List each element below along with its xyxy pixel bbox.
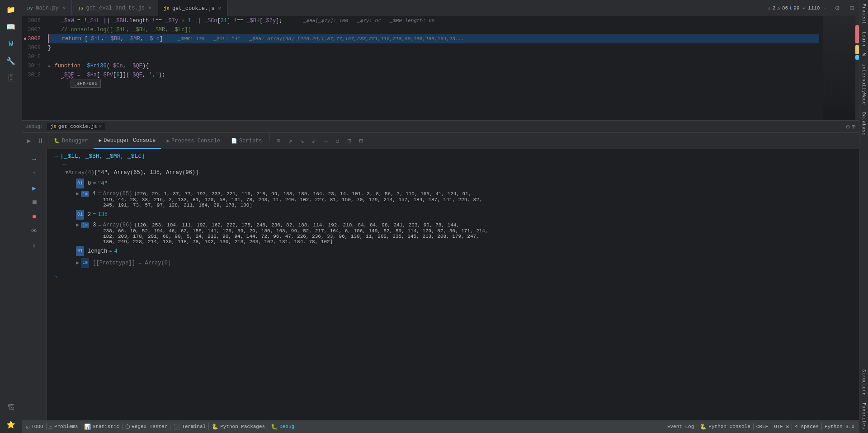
tab-label-get-cookie: get_cookie.js bbox=[172, 5, 215, 12]
status-terminal[interactable]: ⬛ Terminal bbox=[170, 420, 208, 433]
item3-preview: [120, 253, 104, 111, 192, 162, 222, 175,… bbox=[134, 222, 459, 228]
status-crlf[interactable]: CRLF bbox=[754, 420, 771, 433]
indent-label: 4 spaces bbox=[795, 424, 819, 429]
sidebar-icon-w[interactable]: W bbox=[3, 36, 19, 52]
item1-expand[interactable]: ▶ bbox=[76, 190, 79, 197]
item3-preview-line3: 182, 203, 178, 201, 68, 90, 5, 24, 212, … bbox=[103, 234, 852, 239]
tab-close-main-py[interactable]: × bbox=[61, 5, 66, 12]
line-num-3010: 3010 bbox=[22, 52, 44, 61]
toolbar-btn-filter[interactable]: ≡ bbox=[274, 136, 284, 146]
scripts-tab[interactable]: 📄 Scripts bbox=[226, 133, 267, 149]
settings-icon[interactable]: ⚙ bbox=[830, 0, 844, 16]
tree-prototype: ▶ 1≡ [[Prototype]] = Array(0) bbox=[76, 258, 852, 268]
debugger-label: Debugger bbox=[62, 138, 88, 144]
root-expand-icon[interactable]: ▼ bbox=[65, 169, 68, 176]
toolbar-btn-run-to[interactable]: → bbox=[321, 136, 331, 146]
status-debug[interactable]: 🐛 Debug bbox=[268, 420, 297, 433]
index-badge-1: 1≡ bbox=[81, 191, 89, 197]
filter-btn[interactable]: ⬇ bbox=[28, 240, 41, 252]
far-right-project[interactable]: Project bbox=[860, 0, 867, 28]
status-lang[interactable]: Python 3.x bbox=[822, 420, 857, 433]
index-badge-0: 01 bbox=[76, 179, 84, 188]
debugger-console-tab[interactable]: ▶ Debugger Console bbox=[94, 133, 161, 149]
toolbar-btn-step-into[interactable]: ↘ bbox=[297, 136, 308, 146]
tab-get-cookie[interactable]: js get_cookie.js × bbox=[158, 0, 228, 16]
tab-get-eval[interactable]: js get_eval_and_ts.js × bbox=[72, 0, 158, 16]
crlf-label: CRLF bbox=[756, 424, 768, 429]
statistic-label: Statistic bbox=[93, 424, 119, 429]
event-log-label: Event Log bbox=[667, 424, 694, 429]
process-console-label: Process Console bbox=[171, 138, 220, 144]
step-up-btn[interactable]: ↑ bbox=[28, 167, 41, 180]
status-statistic[interactable]: 📊 Statistic bbox=[81, 420, 122, 433]
pause-btn[interactable]: ⏸ bbox=[35, 136, 46, 146]
status-indent[interactable]: 4 spaces bbox=[792, 420, 821, 433]
code-line-3011: ▸ function _$Hn136(_$Cn, _$QE){ bbox=[48, 61, 819, 71]
error-badge: ⚠ 2 ⚠ 86 ℹ 99 ✓ 1110 ⋯ bbox=[764, 0, 830, 16]
sidebar-icon-project[interactable]: 📁 bbox=[3, 2, 19, 18]
error-icon: ⚠ bbox=[768, 5, 771, 11]
status-event-log[interactable]: Event Log bbox=[665, 420, 697, 433]
item3-expand[interactable]: ▶ bbox=[76, 221, 79, 228]
far-right-structure[interactable]: Structure bbox=[860, 366, 867, 400]
charset-label: UTF-8 bbox=[774, 424, 789, 429]
item1-eq: = bbox=[98, 191, 101, 197]
debugger-console-icon: ▶ bbox=[99, 137, 102, 143]
layout-icon[interactable]: ⊞ bbox=[844, 0, 859, 16]
tab-main-py[interactable]: py main.py × bbox=[22, 0, 72, 16]
tab-close-get-cookie[interactable]: × bbox=[217, 5, 222, 12]
status-python-packages[interactable]: 🐍 Python Packages bbox=[209, 420, 268, 433]
tree-item-1: ▶ 1≡ 1 = Array(65) [226, 29, 1, 37, 77, … bbox=[76, 190, 852, 208]
toolbar-btn-grid[interactable]: ⊞ bbox=[356, 136, 367, 146]
far-right-internal[interactable]: internallyMade bbox=[860, 60, 867, 108]
toolbar-btn-clear[interactable]: ⊡ bbox=[344, 136, 355, 146]
debug-layout-icon[interactable]: ⊞ bbox=[852, 123, 855, 131]
result-tree: ▼ Array(4) ["4", Array(65), 135, Array(9… bbox=[65, 169, 852, 268]
status-python-console[interactable]: 🐍 Python Console bbox=[697, 420, 753, 433]
far-right-favorites[interactable]: Favorites bbox=[860, 399, 867, 433]
toolbar-btn-step-out[interactable]: ↙ bbox=[309, 136, 320, 146]
status-regex[interactable]: ⬡ Regex Tester bbox=[123, 420, 170, 433]
far-right-learn[interactable]: Learn bbox=[860, 28, 867, 50]
tab-close-get-eval[interactable]: × bbox=[147, 5, 152, 12]
far-right-database[interactable]: Database bbox=[860, 108, 867, 139]
debugger-console-label: Debugger Console bbox=[104, 137, 156, 144]
resume-btn[interactable]: ▶ bbox=[24, 136, 34, 146]
step-arrow-btn[interactable]: → bbox=[28, 153, 41, 165]
item0-eq: = bbox=[93, 179, 96, 188]
tab-label-get-eval: get_eval_and_ts.js bbox=[86, 5, 145, 11]
toolbar-actions: ≡ ↗ ↘ ↙ → ↺ ⊡ ⊞ bbox=[272, 133, 368, 149]
step-play-btn[interactable]: ▶ bbox=[28, 182, 41, 194]
sidebar-icon-internal[interactable]: 🔧 bbox=[3, 53, 19, 70]
status-bar: ☑ TODO ⚠ Problems 📊 Statistic ⬡ Regex Te… bbox=[22, 420, 859, 433]
status-problems[interactable]: ⚠ Problems bbox=[47, 420, 81, 433]
prototype-expand[interactable]: ▶ bbox=[76, 259, 79, 268]
debug-status-label: Debug bbox=[279, 424, 294, 429]
tabs-bar: py main.py × js get_eval_and_ts.js × js … bbox=[22, 0, 859, 16]
item3-array-label: Array(96) bbox=[103, 222, 132, 228]
watch-btn[interactable]: 👁 bbox=[28, 225, 41, 238]
debug-file-name: get_cookie.js bbox=[58, 124, 97, 129]
step-pause-btn[interactable]: ⏹ bbox=[28, 196, 41, 209]
process-console-tab[interactable]: ▶ Process Console bbox=[161, 133, 226, 149]
item0-value: "4" bbox=[98, 179, 108, 188]
toolbar-btn-step-over[interactable]: ↗ bbox=[285, 136, 296, 146]
toolbar-btn-reload[interactable]: ↺ bbox=[332, 136, 343, 146]
item1-array-label: Array(65) bbox=[103, 191, 132, 197]
sidebar-icon-favorites[interactable]: ⭐ bbox=[3, 417, 19, 433]
console-input-field[interactable] bbox=[59, 273, 852, 280]
debugger-tab[interactable]: 🐛 Debugger bbox=[48, 133, 94, 149]
far-right-w[interactable]: W bbox=[860, 50, 867, 60]
stop-btn[interactable]: ■ bbox=[28, 211, 41, 223]
line-num-3011: 3011 bbox=[22, 61, 44, 71]
debug-file-close[interactable]: × bbox=[99, 124, 102, 129]
sidebar-icon-structure[interactable]: 🏗 bbox=[3, 400, 19, 416]
sidebar-icon-learn[interactable]: 📖 bbox=[3, 19, 19, 35]
tree-item-3-header: ▶ 1≡ 3 = Array(96) [120, 253, 104, 111, … bbox=[76, 221, 852, 228]
debug-settings-icon[interactable]: ⚙ bbox=[846, 123, 849, 131]
console-back-arrow: ← bbox=[63, 161, 852, 168]
status-todo[interactable]: ☑ TODO bbox=[24, 420, 46, 433]
error-arrow: ● bbox=[24, 36, 27, 42]
sidebar-icon-database[interactable]: 🗄 bbox=[3, 71, 19, 87]
status-charset[interactable]: UTF-8 bbox=[771, 420, 792, 433]
